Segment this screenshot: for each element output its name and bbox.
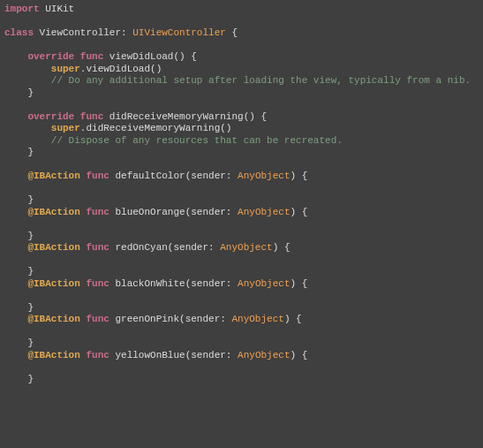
code-line <box>0 398 483 410</box>
code-line: @IBAction func blackOnWhite(sender: AnyO… <box>0 278 483 291</box>
code-line: // Do any additional setup after loading… <box>0 75 483 87</box>
code-line <box>0 218 483 231</box>
code-line <box>0 326 483 338</box>
code-line: } <box>0 338 483 350</box>
code-line: } <box>0 374 483 386</box>
code-line: @IBAction func redOnCyan(sender: AnyObje… <box>0 242 483 254</box>
code-line <box>0 159 483 171</box>
code-line: } <box>0 194 483 207</box>
code-line: @IBAction func blueOnOrange(sender: AnyO… <box>0 207 483 219</box>
code-line <box>0 99 483 111</box>
code-line: override func viewDidLoad() { <box>0 51 483 64</box>
code-line <box>0 183 483 195</box>
code-line <box>0 40 483 52</box>
code-line: } <box>0 231 483 243</box>
code-line: } <box>0 147 483 159</box>
code-line: @IBAction func yellowOnBlue(sender: AnyO… <box>0 350 483 362</box>
code-editor[interactable]: import UIKit class ViewController: UIVie… <box>0 4 483 448</box>
code-line <box>0 386 483 399</box>
code-line <box>0 421 483 434</box>
code-line <box>0 254 483 267</box>
code-line: import UIKit <box>0 4 483 16</box>
code-line: } <box>0 266 483 278</box>
code-line <box>0 434 483 446</box>
code-line: override func didReceiveMemoryWarning() … <box>0 111 483 124</box>
code-line <box>0 16 483 28</box>
code-line: @IBAction func defaultColor(sender: AnyO… <box>0 171 483 183</box>
code-line <box>0 410 483 422</box>
code-line: class ViewController: UIViewController { <box>0 27 483 40</box>
code-line: super.didReceiveMemoryWarning() <box>0 123 483 135</box>
code-line: // Dispose of any resources that can be … <box>0 135 483 148</box>
code-line <box>0 290 483 302</box>
code-line: super.viewDidLoad() <box>0 64 483 76</box>
code-line: } <box>0 302 483 315</box>
code-line <box>0 361 483 374</box>
code-line: } <box>0 87 483 100</box>
code-line: @IBAction func greenOnPink(sender: AnyOb… <box>0 314 483 326</box>
